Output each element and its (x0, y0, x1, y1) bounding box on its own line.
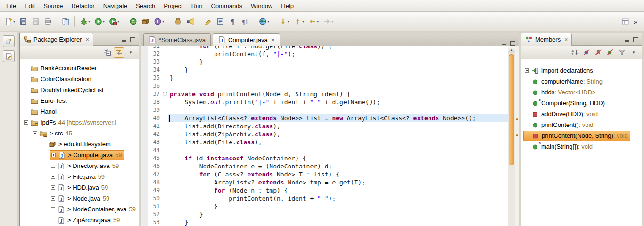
collapse-toggle-icon[interactable] (42, 142, 46, 146)
menu-source[interactable]: Source (39, 1, 67, 11)
tab-computer-java[interactable]: JComputer.java× (213, 33, 280, 46)
collapse-toggle-icon[interactable] (33, 131, 37, 135)
line-number-ruler[interactable]: 3132333435363738394041424344454647484950… (148, 46, 162, 226)
expand-toggle-icon[interactable] (51, 175, 55, 179)
open-type-button[interactable] (60, 15, 72, 28)
expand-toggle-icon[interactable] (51, 218, 55, 222)
minimize-button[interactable] (502, 41, 507, 46)
tree-item-bankaccountreader[interactable]: BankAccountReader (20, 63, 139, 74)
menu-window[interactable]: Window (247, 1, 277, 11)
expand-toggle-icon[interactable] (525, 68, 529, 73)
view-menu-button[interactable]: ▾ (628, 47, 639, 58)
run-external-button[interactable]: ▾ (107, 15, 121, 28)
menu-project[interactable]: Project (159, 1, 187, 11)
package-explorer-title-tab[interactable]: Package Explorer × (20, 33, 93, 46)
tree-item-colorclassification[interactable]: ColorClassification (20, 74, 139, 84)
overview-ruler[interactable] (515, 46, 519, 226)
new-button[interactable]: ▾ (3, 15, 17, 28)
sort-button[interactable]: az (570, 47, 580, 58)
maximize-button[interactable] (130, 37, 135, 42)
code-line-43[interactable]: list.add(File.class); (168, 138, 508, 146)
menu-commands[interactable]: Commands (207, 1, 247, 11)
tree-item-directory-java[interactable]: J> Directory.java59 (20, 160, 139, 171)
close-icon[interactable]: × (272, 37, 275, 43)
code-line-36[interactable] (168, 82, 508, 90)
jar-button[interactable] (172, 15, 184, 28)
chevron-down-icon[interactable]: ▾ (88, 19, 90, 24)
close-icon[interactable]: × (86, 37, 89, 42)
tab-someclass-java[interactable]: J*SomeClass.java (143, 33, 211, 46)
editor-icon-button[interactable] (3, 50, 15, 62)
chevron-down-icon[interactable]: ▾ (288, 19, 289, 24)
tree-item-file-java[interactable]: J> File.java59 (20, 171, 139, 182)
close-icon[interactable]: × (564, 37, 568, 42)
code-line-35[interactable]: } (168, 74, 508, 82)
minimize-button[interactable] (625, 37, 630, 42)
folding-ruler[interactable] (162, 46, 168, 226)
overview-mark[interactable] (516, 134, 518, 136)
chevron-down-icon[interactable]: ▾ (302, 19, 304, 24)
collapse-all-button[interactable] (102, 47, 112, 58)
code-line-38[interactable]: System.out.println("|-" + ident + " " + … (168, 98, 508, 106)
code-line-42[interactable]: list.add(ZipArchiv.class); (168, 130, 508, 138)
member-computername[interactable]: computerName : String (521, 76, 642, 87)
toolbar-overflow-chevron[interactable]: » (632, 17, 641, 25)
print-button[interactable] (42, 15, 54, 28)
member-computer-string-hdd[interactable]: cComputer(String, HDD) (521, 98, 642, 109)
annotation-button[interactable] (215, 15, 226, 28)
maximize-button[interactable] (510, 41, 515, 46)
code-line-47[interactable]: for (Class<? extends Node> T : list) { (168, 170, 508, 178)
code-line-52[interactable]: } (168, 210, 508, 218)
tree-item-ipdfs[interactable]: IpdFs44 [https://svnserver.i (20, 117, 139, 128)
hide-fields-button[interactable] (581, 47, 592, 58)
annotation-ruler[interactable] (141, 46, 148, 226)
code-line-48[interactable]: ArrayList<? extends Node> tmp = e.get(T)… (168, 178, 508, 186)
new-class-button[interactable]: C (127, 15, 139, 28)
tree-item-euro-test[interactable]: Euro-Test (20, 95, 139, 106)
new-interface-button[interactable]: I▾ (152, 15, 166, 28)
save-button[interactable] (30, 15, 41, 28)
tree-item-node-java[interactable]: J> Node.java59 (20, 193, 139, 204)
tree-item-doublylinkedcycliclist[interactable]: DoublyLinkedCyclicList (20, 84, 139, 95)
chevron-down-icon[interactable]: ▾ (117, 19, 119, 24)
code-line-49[interactable]: for (Node n : tmp) { (168, 186, 508, 194)
chevron-down-icon[interactable]: ▾ (331, 19, 333, 24)
chevron-down-icon[interactable]: ▾ (103, 19, 105, 24)
link-editor-button[interactable] (114, 47, 124, 58)
code-line-41[interactable]: list.add(Directory.class); (168, 122, 508, 130)
back-button[interactable]: ▾ (306, 15, 321, 28)
prev-annotation-button[interactable]: ▾ (292, 15, 306, 28)
mark-occurrences-button[interactable] (202, 15, 214, 28)
tree-item-edu-kit-filesystem[interactable]: > edu.kit.filesystem (20, 139, 139, 150)
menu-edit[interactable]: Edit (20, 1, 39, 11)
web-browser-button[interactable]: ▾ (257, 15, 271, 28)
hide-static-button[interactable]: S (593, 47, 603, 58)
member-hdds[interactable]: hdds : Vector<HDD> (521, 87, 642, 98)
fold-collapse-icon[interactable] (163, 92, 167, 96)
next-annotation-button[interactable]: ▾ (277, 15, 291, 28)
chevron-down-icon[interactable]: ▾ (162, 19, 164, 24)
member-import-declarations[interactable]: import declarations (521, 65, 642, 76)
menu-navigate[interactable]: Navigate (99, 1, 132, 11)
run-button[interactable]: ▾ (92, 15, 107, 28)
vertical-scrollbar[interactable]: ▲ (508, 46, 515, 226)
tree-item-nodecontainer-java[interactable]: J> NodeContainer.java59 (20, 204, 139, 215)
code-line-51[interactable]: } (168, 202, 508, 210)
format-button[interactable]: ¶ (239, 15, 251, 28)
show-whitespace-button[interactable]: ¶ (227, 15, 239, 28)
member-printcontent[interactable]: printContent() : void (521, 119, 642, 130)
new-package-button[interactable] (140, 15, 151, 28)
scrollbar-thumb[interactable] (509, 54, 514, 165)
code-line-39[interactable] (168, 106, 508, 114)
code-line-37[interactable]: private void printContent(Node d, String… (168, 90, 508, 98)
code-text-area[interactable]: for (File f : hdd.get(File.class)) { pri… (168, 46, 508, 226)
menu-refactor[interactable]: Refactor (67, 1, 99, 11)
chevron-down-icon[interactable]: ▾ (13, 19, 15, 24)
code-line-32[interactable]: printContent(f, "|-"); (168, 50, 508, 58)
maximize-button[interactable] (633, 37, 638, 42)
expand-toggle-icon[interactable] (51, 185, 55, 190)
restore-view-button[interactable] (3, 35, 15, 47)
expand-toggle-icon[interactable] (51, 207, 55, 211)
code-line-46[interactable]: NodeContainer e = (NodeContainer) d; (168, 162, 508, 170)
tree-item-hdd-java[interactable]: J> HDD.java59 (20, 182, 139, 193)
